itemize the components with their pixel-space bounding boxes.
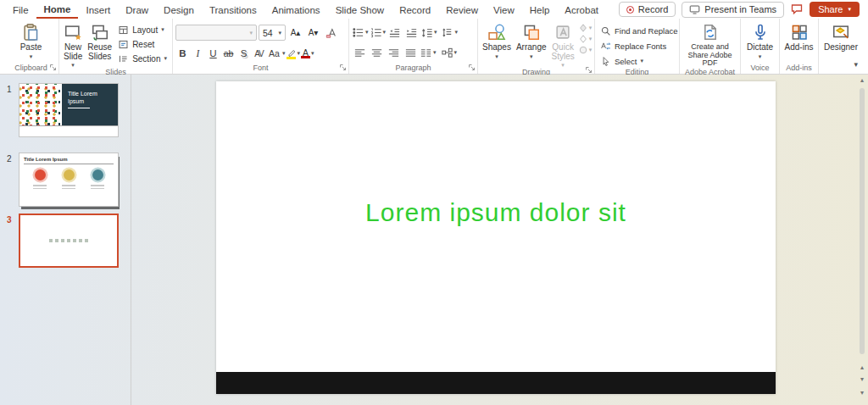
section-button[interactable]: Section ▾ [115,52,170,65]
italic-button[interactable]: I [191,46,205,61]
replace-fonts-button[interactable]: Replace Fonts [598,39,680,53]
increase-font-size-button[interactable]: A▴ [287,25,303,41]
increase-indent-button[interactable] [403,25,420,40]
character-spacing-button[interactable]: AV [252,46,266,61]
menu-review[interactable]: Review [438,2,486,18]
font-dialog-launcher-icon[interactable] [339,64,347,71]
teal-circle-graphic [92,169,103,180]
new-slide-button[interactable]: New Slide ▾ [62,21,84,68]
slide-footer-bar[interactable] [216,372,776,394]
arrange-label: Arrange [516,43,547,53]
numbering-button[interactable]: ▾ [370,26,387,39]
decrease-font-size-button[interactable]: A▾ [305,25,321,41]
strikethrough-button[interactable]: ab [221,46,236,61]
font-name-combobox[interactable]: ▾ [175,25,257,41]
menu-record[interactable]: Record [392,2,438,18]
slide-text[interactable]: Lorem ipsum dolor sit [216,198,776,227]
dots-graphic [19,84,60,126]
menu-file[interactable]: File [5,2,36,18]
smartart-icon [441,47,453,59]
menu-transitions[interactable]: Transitions [202,2,264,18]
clipboard-dialog-launcher-icon[interactable] [49,64,57,71]
text-direction-button[interactable]: ▾ [442,26,459,39]
addins-group-label: Add-ins [786,64,812,72]
dictate-button[interactable]: Dictate ▾ [745,21,775,59]
menu-draw[interactable]: Draw [118,2,156,18]
paragraph-dialog-launcher-icon[interactable] [468,64,476,71]
justify-button[interactable] [403,45,419,60]
menu-view[interactable]: View [486,2,522,18]
editing-group: Find and Replace Replace Fonts Select ▾ … [595,19,680,74]
slide-thumbnail-2[interactable]: Title Lorem Ipsum [19,153,119,207]
arrange-button[interactable]: Arrange ▾ [515,21,548,59]
chevron-down-icon: ▾ [365,30,369,35]
drawing-dialog-launcher-icon[interactable] [585,66,593,74]
align-left-icon [353,47,366,59]
menu-tabs: File Home Insert Draw Design Transitions… [0,1,606,19]
menu-design[interactable]: Design [156,2,202,18]
slide-canvas[interactable]: Lorem ipsum dolor sit [216,81,776,394]
underline-button[interactable]: U [206,46,220,61]
section-label: Section [132,54,160,64]
shapes-button[interactable]: Shapes ▾ [481,21,513,59]
collapse-ribbon-icon[interactable]: ▾ [854,60,858,69]
menu-insert[interactable]: Insert [78,2,118,18]
chevron-down-icon: ▾ [589,25,593,31]
scroll-up-icon[interactable]: ▴ [856,76,868,84]
paragraph-group-label: Paragraph [395,64,431,72]
chevron-down-icon: ▾ [589,47,593,53]
paste-button[interactable]: Paste ▾ [19,21,44,59]
find-and-replace-button[interactable]: Find and Replace [598,24,680,37]
shape-fill-button[interactable]: ▾ [578,23,593,33]
text-highlight-color-button[interactable]: ▾ [287,48,301,59]
shape-outline-button[interactable]: ▾ [578,34,593,44]
slide-thumbnail-1[interactable]: Title Lorem Ipsum [19,83,119,137]
menu-slide-show[interactable]: Slide Show [328,2,392,18]
record-button[interactable]: Record [619,2,676,17]
decrease-indent-button[interactable] [387,25,403,40]
columns-button[interactable]: ▾ [420,47,437,59]
find-and-replace-label: Find and Replace [615,26,677,36]
next-slide-icon[interactable]: ▾ [856,375,868,383]
align-left-button[interactable] [352,45,368,60]
text-shadow-button[interactable]: S [236,46,251,61]
reuse-slides-button[interactable]: Reuse Slides [86,21,114,61]
font-color-button[interactable]: A ▾ [301,48,314,58]
font-size-combobox[interactable]: 54 ▾ [259,25,286,41]
layout-button[interactable]: Layout ▾ [115,23,170,36]
menu-home[interactable]: Home [36,1,79,19]
select-button[interactable]: Select ▾ [598,54,680,68]
menu-help[interactable]: Help [522,2,558,18]
align-right-button[interactable] [386,45,402,60]
reset-label: Reset [132,40,154,49]
convert-to-smartart-button[interactable]: ▾ [441,47,458,59]
vertical-scrollbar[interactable]: ▴ ▴ ▾ ▾ [856,75,868,405]
align-right-icon [387,47,400,59]
scrollbar-thumb[interactable] [860,88,865,354]
present-in-teams-button[interactable]: Present in Teams [682,2,784,18]
change-case-button[interactable]: Aa ▾ [267,46,286,61]
reset-button[interactable]: Reset [115,37,170,51]
bullets-button[interactable]: ▾ [352,26,369,39]
line-spacing-button[interactable]: ▾ [420,26,437,39]
record-icon [626,6,634,14]
designer-button[interactable]: Designer [822,21,860,53]
slide-thumbnail-panel: 1 Title Lorem Ipsum 2 Title Lorem Ipsum [0,75,131,405]
menu-animations[interactable]: Animations [264,2,328,18]
bold-button[interactable]: B [175,46,190,61]
clear-formatting-button[interactable] [323,25,339,41]
previous-slide-icon[interactable]: ▴ [856,363,868,371]
menu-acrobat[interactable]: Acrobat [557,2,606,18]
chevron-down-icon: ▾ [433,50,437,55]
scroll-down-icon[interactable]: ▾ [856,389,868,397]
slide-thumbnail-3-selected[interactable] [19,214,119,268]
create-pdf-label: Create and Share Adobe PDF [684,43,736,68]
align-center-button[interactable] [369,45,385,60]
share-button[interactable]: Share ▾ [810,2,860,17]
create-and-share-adobe-pdf-button[interactable]: Create and Share Adobe PDF [682,21,737,68]
shape-fill-icon [578,23,588,33]
quick-styles-button[interactable]: Quick Styles ▾ [550,21,576,68]
shape-effects-button[interactable]: ▾ [578,45,593,55]
addins-button[interactable]: Add-ins [783,21,815,53]
comments-icon[interactable] [790,3,804,16]
